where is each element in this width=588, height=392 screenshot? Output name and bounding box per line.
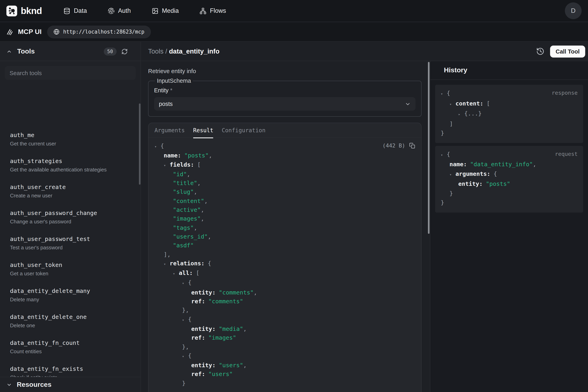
database-icon	[63, 8, 70, 14]
nav-item-data[interactable]: Data	[63, 7, 87, 14]
brand[interactable]: bknd	[6, 6, 42, 16]
json-line: }	[441, 129, 578, 138]
user-avatar[interactable]: D	[565, 2, 582, 19]
json-line: ▾arguments:{	[441, 169, 578, 180]
json-line: "images",	[155, 214, 415, 223]
collapse-toggle-icon[interactable]: ▾	[449, 170, 455, 180]
expand-toggle-icon[interactable]: ▸	[458, 110, 464, 119]
json-line: }	[441, 198, 578, 208]
tool-list: auth_meGet the current userauth_strategi…	[0, 122, 141, 377]
history-icon[interactable]	[536, 47, 545, 56]
screenshot-viewport: bknd DataAuthMediaFlows D MCP UI http://…	[0, 0, 588, 392]
json-line: "content",	[155, 196, 415, 206]
tool-description: Get a user token	[10, 270, 131, 277]
nav-item-auth[interactable]: Auth	[108, 7, 131, 14]
tool-name: data_entity_delete_many	[10, 287, 131, 295]
tab-configuration[interactable]: Configuration	[222, 123, 265, 138]
tool-name: auth_user_create	[10, 184, 131, 191]
entity-select[interactable]: posts	[154, 97, 415, 111]
collapse-toggle-icon[interactable]: ▾	[449, 100, 455, 109]
collapse-toggle-icon[interactable]: ▾	[164, 161, 170, 170]
nav-item-flows[interactable]: Flows	[199, 7, 226, 14]
collapse-toggle-icon[interactable]: ▾	[182, 352, 188, 361]
sidebar-tool-data_entity_delete_many[interactable]: data_entity_delete_manyDelete many	[5, 282, 136, 307]
result-tabs-box: ArgumentsResultConfiguration (442 B) ▾{n…	[148, 123, 421, 392]
entity-field-label: Entity*	[154, 87, 415, 94]
tool-detail-panel: Retrieve entity info InputSchema Entity*…	[141, 61, 428, 392]
breadcrumb-section[interactable]: Tools	[148, 48, 164, 55]
collapse-toggle-icon[interactable]: ▾	[182, 279, 188, 288]
sidebar-tool-data_entity_fn_exists[interactable]: data_entity_fn_existsCheck if entity exi…	[5, 360, 136, 377]
json-line: ref:"users"	[155, 370, 415, 379]
tool-name: data_entity_fn_count	[10, 339, 131, 347]
sidebar-tool-auth_user_password_change[interactable]: auth_user_password_changeChange a user's…	[5, 204, 136, 229]
collapse-toggle-icon[interactable]: ▾	[182, 316, 188, 324]
history-kind-label: request	[555, 150, 578, 157]
sidebar-tool-data_entity_delete_one[interactable]: data_entity_delete_oneDelete one	[5, 308, 136, 333]
json-line: "active",	[155, 206, 415, 214]
tool-name: auth_user_password_test	[10, 235, 131, 243]
sidebar-tool-data_entity_fn_count[interactable]: data_entity_fn_countCount entities	[5, 334, 136, 359]
mcp-logo-icon	[5, 28, 14, 36]
tool-name: data_entity_fn_exists	[10, 365, 131, 373]
mcp-url-pill[interactable]: http://localhost:28623/mcp	[47, 25, 151, 38]
tool-description: Get the available authentication strateg…	[10, 166, 131, 173]
tools-section-header: Tools 50	[0, 42, 141, 61]
history-panel: History response▾{▾content:[▸{...}]}requ…	[430, 61, 588, 392]
page-title: MCP UI	[18, 28, 41, 36]
tab-row: ArgumentsResultConfiguration	[149, 123, 421, 138]
json-line: ]	[441, 119, 578, 129]
chevron-up-icon[interactable]	[6, 48, 12, 54]
copy-icon[interactable]	[409, 142, 415, 148]
tool-name: auth_user_password_change	[10, 210, 131, 217]
collapse-toggle-icon[interactable]: ▾	[441, 150, 447, 160]
json-line: }	[441, 189, 578, 198]
json-line: ▾relations:{	[155, 259, 415, 269]
sidebar-scrollbar[interactable]	[139, 104, 141, 184]
search-input[interactable]	[5, 70, 136, 76]
sidebar-tool-auth_user_create[interactable]: auth_user_createCreate a new user	[5, 178, 136, 203]
fingerprint-icon	[108, 8, 114, 14]
history-card-list: response▾{▾content:[▸{...}]}request▾{nam…	[435, 85, 583, 212]
top-navbar: bknd DataAuthMediaFlows D	[0, 0, 588, 22]
refresh-icon[interactable]	[121, 48, 128, 54]
resources-section-header[interactable]: Resources	[0, 377, 141, 392]
tool-description: Retrieve entity info	[148, 68, 421, 74]
tool-description: Delete many	[10, 296, 131, 303]
collapse-toggle-icon[interactable]: ▾	[441, 90, 447, 99]
tools-sidebar: Tools 50 auth_meGet the current userauth…	[0, 42, 141, 392]
tool-description: Count entities	[10, 348, 131, 355]
collapse-toggle-icon[interactable]: ▾	[155, 142, 161, 151]
breadcrumb: Tools / data_entity_info	[148, 48, 219, 55]
bknd-logo-icon	[6, 6, 17, 16]
resources-section-title: Resources	[17, 380, 51, 388]
json-line: ▾{	[155, 351, 415, 361]
nav-item-media[interactable]: Media	[152, 7, 179, 14]
tab-result[interactable]: Result	[193, 123, 213, 138]
history-card-response[interactable]: response▾{▾content:[▸{...}]}	[435, 85, 583, 143]
json-line: name:"posts",	[155, 151, 415, 160]
main-scrollbar[interactable]	[428, 62, 429, 234]
tool-description: Get the current user	[10, 140, 131, 147]
history-header: History	[430, 61, 588, 80]
tools-count-badge: 50	[104, 47, 117, 55]
brand-name: bknd	[21, 6, 42, 16]
json-line: ▾content:[	[441, 99, 578, 109]
collapse-toggle-icon[interactable]: ▾	[164, 260, 170, 269]
tab-arguments[interactable]: Arguments	[155, 123, 185, 138]
sidebar-tool-auth_me[interactable]: auth_meGet the current user	[5, 127, 136, 151]
collapse-toggle-icon[interactable]: ▾	[173, 269, 179, 278]
tool-name: auth_user_token	[10, 261, 131, 269]
call-tool-button[interactable]: Call Tool	[550, 45, 585, 57]
history-kind-label: response	[552, 90, 578, 96]
mcp-url: http://localhost:28623/mcp	[63, 29, 144, 35]
sidebar-tool-auth_user_password_test[interactable]: auth_user_password_testTest a user's pas…	[5, 230, 136, 255]
sidebar-tool-auth_user_token[interactable]: auth_user_tokenGet a user token	[5, 256, 136, 281]
json-line: ▾{	[155, 278, 415, 288]
json-line: "id",	[155, 170, 415, 179]
bknd-mcp-ui-app: bknd DataAuthMediaFlows D MCP UI http://…	[0, 0, 588, 392]
history-card-request[interactable]: request▾{name:"data_entity_info",▾argume…	[435, 146, 583, 212]
workflow-icon	[199, 8, 206, 14]
sidebar-tool-auth_strategies[interactable]: auth_strategiesGet the available authent…	[5, 153, 136, 177]
result-size-label: (442 B)	[383, 142, 405, 149]
